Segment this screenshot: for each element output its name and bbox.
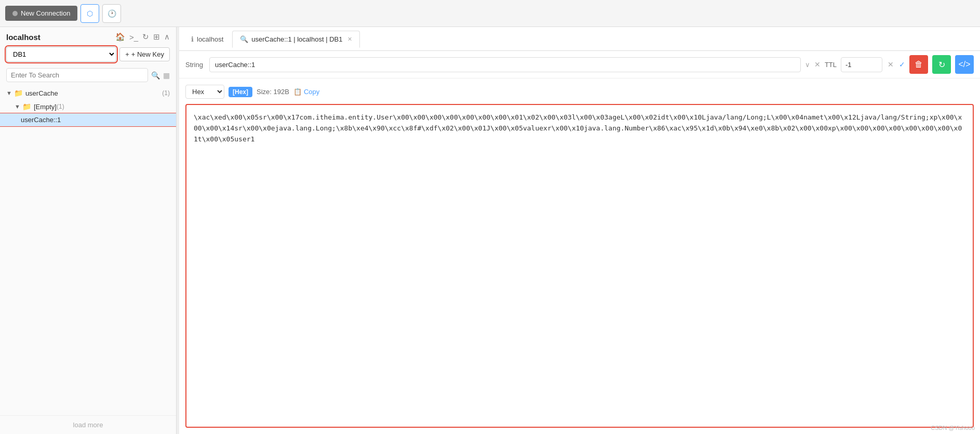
ttl-input[interactable] <box>841 57 882 72</box>
ttl-confirm-icon[interactable]: ✓ <box>899 60 905 69</box>
chevron-down-icon: ∨ <box>805 61 810 69</box>
tab-userCache[interactable]: 🔍 userCache::1 | localhost | DB1 ✕ <box>232 31 360 48</box>
info-icon: ℹ <box>191 35 194 43</box>
group-label: userCache <box>25 89 162 97</box>
search-row: 🔍 ▦ <box>0 66 176 84</box>
subitem-count: (1) <box>57 103 64 110</box>
search-icon[interactable]: 🔍 <box>151 71 160 80</box>
tab-localhost[interactable]: ℹ localhost <box>183 31 231 47</box>
tree-container: ▼ 📁 userCache (1) ▼ 📁 [Empty] (1) userCa… <box>0 84 176 415</box>
sidebar-icons: 🏠 >_ ↻ ⊞ ∧ <box>115 32 170 42</box>
value-content: \xac\xed\x00\x05sr\x00\x17com.itheima.en… <box>185 104 974 428</box>
subfolder-icon: 📁 <box>22 102 31 111</box>
sidebar-header: localhost 🏠 >_ ↻ ⊞ ∧ <box>0 27 176 45</box>
tree-key-item-userCache1[interactable]: userCache::1 <box>0 113 176 126</box>
key-name-input[interactable] <box>209 57 801 72</box>
key-label: userCache::1 <box>21 116 61 124</box>
watermark: CSDN @Yishooo <box>931 425 975 431</box>
tree-group-header-userCache[interactable]: ▼ 📁 userCache (1) <box>0 86 176 100</box>
tab-close-icon[interactable]: ✕ <box>347 36 352 43</box>
subitem-label: [Empty] <box>34 103 57 111</box>
search-input[interactable] <box>6 68 148 82</box>
sidebar-title: localhost <box>6 33 41 42</box>
sidebar: localhost 🏠 >_ ↻ ⊞ ∧ DB1 DB0 DB2 + + New… <box>0 27 177 434</box>
tree-subitem-empty[interactable]: ▼ 📁 [Empty] (1) <box>0 100 176 113</box>
format-select[interactable]: Hex String JSON Binary <box>185 85 224 99</box>
search-tab-icon: 🔍 <box>240 35 248 43</box>
key-toolbar: String ∨ ✕ TTL ✕ ✓ 🗑 ↻ </> <box>179 51 980 78</box>
tree-group-userCache: ▼ 📁 userCache (1) ▼ 📁 [Empty] (1) userCa… <box>0 86 176 126</box>
arrow-down-icon: ▼ <box>6 90 12 96</box>
refresh-btn-icon: ↻ <box>938 60 945 70</box>
size-badge: Size: 192B <box>257 88 289 96</box>
copy-button[interactable]: 📋 Copy <box>293 88 319 96</box>
collapse-icon[interactable]: ∧ <box>164 32 170 42</box>
grid-icon: ⬡ <box>87 9 93 18</box>
copy-icon: 📋 <box>293 88 302 96</box>
new-key-button[interactable]: + + New Key <box>119 47 170 61</box>
ttl-label: TTL <box>825 61 837 69</box>
terminal-icon[interactable]: >_ <box>129 33 138 42</box>
tab-bar: ℹ localhost 🔍 userCache::1 | localhost |… <box>179 27 980 51</box>
new-connection-label: New Connection <box>21 9 70 17</box>
value-area: Hex String JSON Binary [Hex] Size: 192B … <box>179 78 980 434</box>
grid-view-icon[interactable]: ⊞ <box>153 32 160 42</box>
db-select[interactable]: DB1 DB0 DB2 <box>6 47 116 62</box>
sub-arrow-down-icon: ▼ <box>15 103 20 110</box>
toolbar-grid-button[interactable]: ⬡ <box>80 4 99 23</box>
new-connection-button[interactable]: New Connection <box>5 6 77 21</box>
type-label: String <box>185 61 205 69</box>
plus-icon: + <box>125 50 129 58</box>
tab-userCache-label: userCache::1 | localhost | DB1 <box>251 35 342 43</box>
history-icon: 🕐 <box>108 9 116 18</box>
hex-badge: [Hex] <box>229 87 252 97</box>
group-count: (1) <box>162 89 170 97</box>
new-key-label: + New Key <box>131 50 164 58</box>
tab-localhost-label: localhost <box>197 35 223 43</box>
sidebar-db-row: DB1 DB0 DB2 + + New Key <box>0 45 176 66</box>
main-layout: localhost 🏠 >_ ↻ ⊞ ∧ DB1 DB0 DB2 + + New… <box>0 27 980 434</box>
refresh-button[interactable]: ↻ <box>932 55 951 74</box>
refresh-icon[interactable]: ↻ <box>142 32 149 42</box>
filter-icon[interactable]: ▦ <box>163 71 170 80</box>
content-area: ℹ localhost 🔍 userCache::1 | localhost |… <box>179 27 980 434</box>
value-toolbar: Hex String JSON Binary [Hex] Size: 192B … <box>185 85 974 99</box>
key-name-clear-icon[interactable]: ✕ <box>814 60 821 69</box>
trash-icon: 🗑 <box>915 60 923 69</box>
connection-dot-icon <box>12 11 18 16</box>
top-toolbar: New Connection ⬡ 🕐 <box>0 0 980 27</box>
toolbar-history-button[interactable]: 🕐 <box>102 4 121 23</box>
code-button[interactable]: </> <box>955 55 974 74</box>
ttl-clear-icon[interactable]: ✕ <box>888 60 894 69</box>
copy-label: Copy <box>304 88 319 96</box>
delete-button[interactable]: 🗑 <box>909 55 928 74</box>
code-icon: </> <box>958 60 970 69</box>
folder-icon: 📁 <box>14 89 23 97</box>
load-more-button[interactable]: load more <box>0 415 176 434</box>
home-icon[interactable]: 🏠 <box>115 32 125 42</box>
